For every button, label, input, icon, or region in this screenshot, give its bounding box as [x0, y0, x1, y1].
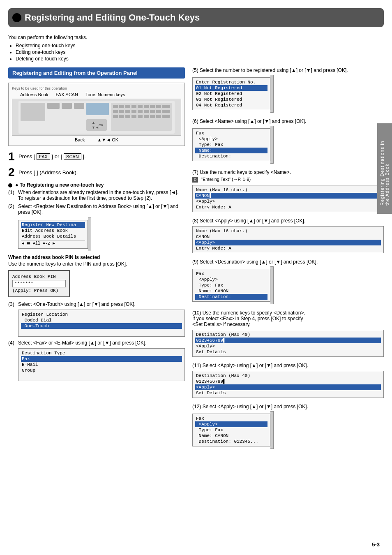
step-2-block: 2 Press [ ] (Address Book).: [8, 166, 185, 178]
bullet-item-1: Registering one-touch keys: [16, 43, 384, 49]
svg-rect-31: [150, 115, 155, 118]
screen-dt-0: Destination Type: [21, 350, 182, 356]
panel-label-addressbook: Address Book: [20, 92, 48, 97]
scroll-bar-register: [88, 217, 91, 251]
svg-rect-9: [125, 105, 130, 108]
screen-7-box: Name (Max 16 char.) CANON▌ <Apply> Entry…: [192, 185, 384, 212]
item-4-text: Select <Fax> or <E-Mail> using [▲] or [▼…: [18, 340, 147, 346]
bullet-item-3: Deleting one-touch keys: [16, 56, 384, 62]
pin-apply-row: (Apply: Press OK): [12, 288, 66, 293]
screen-loc-2: One-Touch: [21, 323, 182, 329]
svg-rect-4: [74, 103, 84, 109]
screen-5: Enter Registration No. 01 Not Registered…: [192, 75, 384, 113]
screen-loc-0: Register Location: [21, 312, 182, 317]
screen-dt-3: Group: [21, 368, 182, 373]
operation-panel-box: Keys to be used for this operation Addre…: [8, 83, 185, 146]
right-item-8-text: (8) Select <Apply> using [▲] or [▼] and …: [192, 218, 384, 224]
pin-screen: Address Book PIN ******* (Apply: Press O…: [8, 270, 70, 297]
panel-label-faxscan: FAX SCAN: [55, 92, 78, 97]
step-1-text: Press [ FAX ] or [ SCAN ].: [18, 153, 86, 160]
item-3-num: (3): [8, 301, 16, 307]
svg-rect-33: [162, 115, 170, 118]
right-item-11-text: (11) Select <Apply> using [▲] or [▼] and…: [192, 363, 384, 368]
item-4: (4) Select <Fax> or <E-Mail> using [▲] o…: [8, 340, 185, 346]
right-item-5-text: (5) Select the number to be registered u…: [192, 67, 384, 73]
svg-rect-18: [125, 110, 130, 113]
screen-row-2: Address Book Details: [21, 234, 85, 239]
circle-bullet-icon: [8, 183, 12, 187]
svg-rect-17: [119, 110, 124, 113]
right-item-8: (8) Select <Apply> using [▲] or [▼] and …: [192, 218, 384, 253]
step-1-number: 1: [8, 151, 15, 162]
sidebar-tab: Registering Destinations in the Address …: [377, 123, 392, 214]
svg-rect-28: [131, 115, 136, 118]
screen-6-box: Fax <Apply> Type: Fax Name: Destination:: [192, 128, 270, 161]
right-item-10: (10) Use the numeric keys to specify <De…: [192, 310, 384, 357]
svg-rect-24: [162, 110, 170, 113]
svg-rect-21: [144, 110, 149, 113]
step-2-number: 2: [8, 166, 15, 178]
svg-rect-13: [150, 105, 155, 108]
screen-nav-row: ◄ ☰ All A-Z ►: [21, 240, 85, 247]
svg-rect-30: [144, 115, 149, 118]
screen-dt-spacer: [21, 373, 182, 379]
screen-register: Register New Destina Edit Address Book A…: [18, 217, 185, 251]
screen-loc-1: Coded Dial: [21, 317, 182, 323]
right-item-7: (7) Use the numeric keys to specify <Nam…: [192, 169, 384, 212]
screen-9-box: Fax <Apply> Type: Fax Name: CANON Destin…: [192, 269, 270, 302]
scroll-bar-12: [270, 411, 274, 449]
page-title-box: Registering and Editing One-Touch Keys: [8, 8, 384, 27]
panel-bottom-labels: Back ▲▼◄ OK: [12, 137, 181, 142]
item-1-num: (1): [8, 190, 16, 201]
when-pin-title: When the address book PIN is selected: [8, 254, 185, 260]
panel-labels: Address Book FAX SCAN Tone, Numeric keys: [12, 92, 181, 97]
screen-row-1: Edit Address Book: [21, 228, 85, 234]
svg-rect-1: [21, 103, 45, 121]
scroll-bar-6: [270, 126, 274, 164]
screen-register-box: Register New Destina Edit Address Book A…: [18, 220, 88, 249]
right-column: (5) Select the number to be registered u…: [192, 67, 384, 455]
right-item-10-text: (10) Use the numeric keys to specify <De…: [192, 310, 384, 327]
item-2-text: Select <Register New Destination to Addr…: [18, 204, 185, 215]
step-1-block: 1 Press [ FAX ] or [ SCAN ].: [8, 151, 185, 162]
screen-location-container: Register Location Coded Dial One-Touch: [18, 310, 185, 337]
svg-rect-27: [125, 115, 130, 118]
screen-loc-spacer: [21, 329, 182, 335]
svg-rect-20: [138, 110, 143, 113]
svg-rect-11: [138, 105, 143, 108]
svg-text:▼◄: ▼◄: [92, 125, 99, 130]
when-pin-text: Use the numeric keys to enter the PIN an…: [8, 261, 185, 267]
pin-title-row: Address Book PIN: [12, 274, 66, 279]
item-1: (1) When destinations are already regist…: [8, 190, 185, 201]
note-icon: D: [192, 177, 198, 183]
screen-8-box: Name (Max 16 char.) CANON <Apply> Entry …: [192, 226, 384, 253]
screen-11-box: Destination (Max 40) 0123456789▌ <Apply>…: [192, 371, 384, 398]
item-4-num: (4): [8, 340, 16, 346]
right-item-12: (12) Select <Apply> using [▲] or [▼] and…: [192, 404, 384, 449]
screen-register-container: Register New Destina Edit Address Book A…: [18, 217, 185, 251]
svg-rect-3: [62, 103, 72, 109]
intro-text: You can perform the following tasks.: [8, 35, 384, 40]
page-title: Registering and Editing One-Touch Keys: [25, 12, 200, 23]
svg-rect-8: [119, 105, 124, 108]
svg-rect-7: [113, 105, 118, 108]
screen-desttype-box: Destination Type Fax E-Mail Group: [18, 348, 185, 381]
svg-text:▲: ▲: [92, 120, 95, 125]
svg-rect-19: [131, 110, 136, 113]
when-pin-section: When the address book PIN is selected Us…: [8, 254, 185, 299]
step-2-text: Press [ ] (Address Book).: [18, 169, 78, 176]
left-column: Registering and Editing from the Operati…: [8, 67, 185, 455]
svg-rect-25: [113, 115, 118, 118]
bullet-list: Registering one-touch keys Editing one-t…: [16, 43, 384, 62]
item-1-text: When destinations are already registered…: [18, 190, 179, 201]
right-item-7-note: D "Entering Text" (→P. 1-9): [192, 177, 384, 183]
svg-rect-15: [162, 105, 170, 108]
page: Registering and Editing One-Touch Keys Y…: [0, 0, 392, 555]
right-item-9: (9) Select <Destination> using [▲] or [▼…: [192, 259, 384, 304]
right-item-6: (6) Select <Name> using [▲] or [▼] and p…: [192, 118, 384, 164]
right-item-5: (5) Select the number to be registered u…: [192, 67, 384, 113]
svg-rect-2: [47, 103, 60, 109]
sub-section-title: ● To Registering a new one-touch key: [8, 182, 185, 188]
screen-row-0: Register New Destina: [21, 222, 85, 228]
svg-rect-32: [156, 115, 161, 118]
